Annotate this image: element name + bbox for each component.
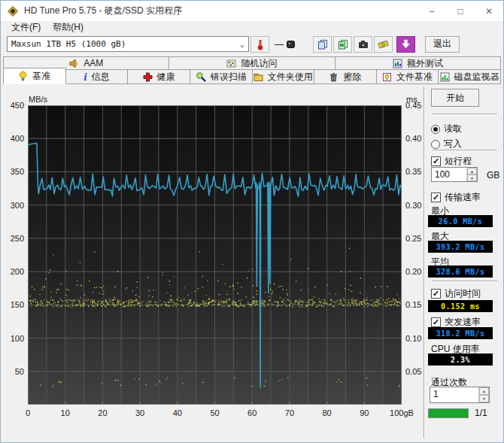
- trash-icon: [329, 72, 339, 82]
- tab-disk-monitor[interactable]: 磁盘监视器: [438, 69, 501, 84]
- spinner-down-icon[interactable]: ▼: [479, 395, 489, 402]
- ms-axis-tick-label: 0.45: [405, 101, 421, 110]
- benchmark-page: MB/s ms 45040035030025020015010050 0.450…: [1, 84, 503, 441]
- spinner-down-icon[interactable]: ▼: [467, 174, 477, 181]
- maximize-button[interactable]: □: [446, 1, 475, 21]
- x-axis-tick-label: 20: [86, 408, 119, 417]
- tab-label: 健康: [157, 71, 175, 83]
- access-time-checkbox[interactable]: ✓ 访问时间: [431, 287, 481, 300]
- close-button[interactable]: ✕: [475, 1, 503, 21]
- y-axis-tick-label: 400: [1, 134, 24, 143]
- exit-button[interactable]: 退出: [425, 36, 460, 53]
- write-radio-label: 写入: [444, 138, 462, 150]
- access-time-label: 访问时间: [445, 287, 481, 300]
- tab-erase[interactable]: 擦除: [314, 69, 377, 84]
- checkbox-checked-icon[interactable]: ✓: [431, 289, 441, 299]
- y-axis-tick-label: 350: [1, 167, 24, 176]
- transfer-rate-checkbox[interactable]: ✓ 传输速率: [431, 191, 481, 204]
- x-axis-tick-label: 100gB: [385, 408, 418, 417]
- x-axis-tick-label: 70: [273, 408, 306, 417]
- x-axis-tick-label: 0: [11, 408, 44, 417]
- capacity-input[interactable]: 100 ▲ ▼: [431, 167, 478, 182]
- capacity-spinner: ▲ ▼: [466, 168, 477, 181]
- minimize-button[interactable]: –: [417, 1, 446, 21]
- y-axis-tick-label: 200: [1, 267, 24, 276]
- y-axis-tick-label: 150: [1, 300, 24, 309]
- max-value-display: 393.2 MB/s: [428, 241, 493, 253]
- pass-count-input[interactable]: 1 ▲ ▼: [430, 387, 490, 403]
- tab-control: AAM 随机访问 额外测试: [1, 56, 503, 84]
- y-axis-tick-label: 450: [1, 101, 24, 110]
- tab-label: 错误扫描: [211, 71, 247, 83]
- magnifier-icon: [196, 71, 206, 82]
- checkbox-checked-icon[interactable]: ✓: [431, 317, 441, 327]
- x-axis-tick-label: 50: [199, 408, 232, 417]
- tab-label: AAM: [83, 58, 103, 68]
- access-time-display: 0.152 ms: [428, 300, 493, 312]
- pass-count-value: 1: [430, 387, 478, 402]
- temperature-button[interactable]: [250, 36, 269, 53]
- y-left-axis: 45040035030025020015010050: [1, 105, 24, 405]
- progress-label: 1/1: [475, 408, 487, 418]
- spinner-up-icon[interactable]: ▲: [479, 387, 489, 395]
- copy-image-button[interactable]: [333, 36, 352, 53]
- pass-count-spinner: ▲ ▼: [478, 387, 489, 402]
- ms-axis-tick-label: 0.35: [405, 167, 421, 176]
- tab-error-scan[interactable]: 错误扫描: [190, 69, 253, 84]
- window-title: HD Tune Pro 5.75 - 硬盘/SSD 实用程序: [24, 5, 182, 17]
- radio-selected-icon[interactable]: [431, 125, 440, 134]
- checkbox-checked-icon[interactable]: ✓: [431, 156, 441, 166]
- separator: [433, 150, 497, 151]
- x-axis: 0102030405060708090100gB: [28, 408, 402, 419]
- temperature-value: —: [275, 39, 284, 50]
- separator: [433, 281, 497, 282]
- tab-label: 随机访问: [241, 57, 277, 70]
- tab-benchmark[interactable]: 基准: [3, 68, 66, 84]
- read-radio-label: 读取: [444, 123, 462, 135]
- camera-icon: [358, 39, 369, 50]
- tab-health[interactable]: 健康: [127, 69, 190, 84]
- tab-file-benchmark[interactable]: 文件基准: [376, 69, 439, 84]
- tab-extra-tests[interactable]: 额外测试: [335, 56, 501, 70]
- buy-button[interactable]: [374, 36, 393, 53]
- title-bar: HD Tune Pro 5.75 - 硬盘/SSD 实用程序 – □ ✕: [1, 1, 503, 21]
- tab-folder-usage[interactable]: 文件夹使用: [252, 69, 315, 84]
- x-axis-tick-label: 90: [348, 408, 381, 417]
- min-value-display: 26.0 MB/s: [428, 215, 493, 227]
- toolbar: Maxsun 1TB H5 (1000 gB) ⌄ —: [1, 33, 503, 55]
- panel-divider: [424, 86, 425, 438]
- app-icon: [8, 6, 18, 17]
- extra-tests-icon: [393, 59, 402, 68]
- short-stroke-checkbox[interactable]: ✓ 短行程: [431, 155, 472, 168]
- tab-random-access[interactable]: 随机访问: [169, 56, 335, 70]
- disk-monitor-icon: [440, 72, 450, 82]
- tab-label: 擦除: [343, 71, 361, 83]
- tab-row-bottom: 基准 i 信息 健康 错误扫描: [3, 70, 501, 84]
- tab-label: 文件基准: [396, 71, 433, 83]
- cpu-usage-display: 2.3%: [428, 353, 493, 366]
- tab-info[interactable]: i 信息: [65, 69, 129, 84]
- capacity-value: 100: [432, 168, 466, 181]
- download-button[interactable]: [396, 36, 415, 53]
- menu-help[interactable]: 帮助(H): [47, 21, 90, 33]
- screenshot-button[interactable]: [354, 36, 372, 53]
- separator: [433, 114, 497, 115]
- spinner-up-icon[interactable]: ▲: [467, 168, 477, 174]
- y-axis-tick-label: 50: [1, 367, 24, 376]
- read-radio[interactable]: 读取: [431, 123, 462, 135]
- temperature-unit-icon: [287, 40, 295, 49]
- tab-label: 磁盘监视器: [454, 71, 499, 83]
- ms-axis-tick-label: 0.40: [405, 134, 421, 143]
- radio-unselected-icon[interactable]: [431, 140, 440, 149]
- menu-bar: 文件(F) 帮助(H): [1, 21, 503, 33]
- copy-text-button[interactable]: [313, 36, 332, 53]
- short-stroke-label: 短行程: [445, 155, 472, 168]
- write-radio[interactable]: 写入: [431, 138, 462, 150]
- chevron-down-icon: ⌄: [239, 39, 244, 49]
- app-window: HD Tune Pro 5.75 - 硬盘/SSD 实用程序 – □ ✕ 文件(…: [0, 0, 504, 443]
- drive-selector[interactable]: Maxsun 1TB H5 (1000 gB) ⌄: [7, 36, 249, 52]
- menu-file[interactable]: 文件(F): [5, 21, 47, 33]
- start-button[interactable]: 开始: [431, 89, 479, 107]
- burst-rate-display: 318.2 MB/s: [428, 327, 493, 339]
- checkbox-checked-icon[interactable]: ✓: [431, 193, 441, 202]
